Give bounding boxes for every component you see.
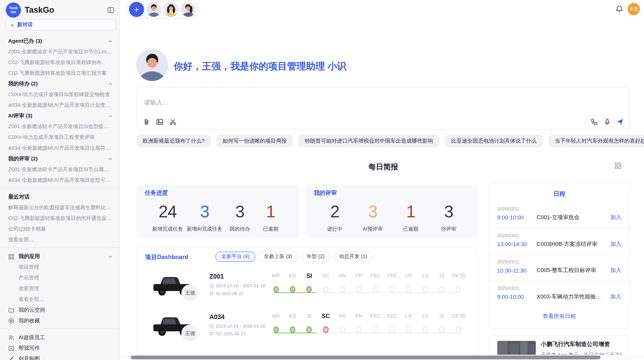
sidebar-item[interactable]: C0X4-动力总成开发项目SI里程碑提交物检查 [0, 89, 119, 100]
sidebar-item[interactable]: 公司Q3轻卡销量 [0, 224, 119, 234]
project-dashboard-card: 项目Dashboard 全新平台 (4) 全新上装 (3) 年型 (2) 动总开… [137, 247, 478, 360]
sidebar-collapse-icon[interactable] [107, 6, 114, 13]
chevron-up-icon [108, 114, 113, 118]
sidebar-item-favorites[interactable]: 我的收藏 [0, 315, 119, 326]
add-assistant-button[interactable]: + [129, 2, 144, 17]
chat-input[interactable] [144, 99, 623, 106]
logo-text-bottom: Go [11, 10, 16, 14]
layout-grid-icon[interactable] [614, 162, 622, 169]
milestone: PEC [367, 308, 384, 344]
flag-icon [209, 332, 214, 336]
sidebar-item[interactable]: Z001-全新燃油皮卡产品开发项目SI节点Lesson Learn报告 [0, 47, 119, 57]
join-link[interactable]: 加入 [610, 293, 621, 301]
filter-pill[interactable]: 全新上装 (3) [258, 252, 298, 262]
milestone-dot [340, 286, 345, 293]
schedule-time: 13:00-14:30 [497, 241, 537, 247]
scissors-icon[interactable] [169, 118, 177, 126]
assistant-avatar-3[interactable] [181, 2, 196, 17]
suggestion-chip[interactable]: 当下年轻人对汽车外观有怎样的喜好趋势 [549, 134, 644, 148]
sidebar-item-product-mgmt[interactable]: 产品管理 [0, 273, 119, 283]
new-chat-button[interactable]: + 新对话 [6, 19, 116, 31]
sidebar-item[interactable]: A034-全新新能源MUV产品开发项目造型可行性评审 [0, 175, 119, 185]
sidebar-item-change-mgmt[interactable]: 变更管理 [0, 283, 119, 294]
sidebar-item-help-write[interactable]: 帮我写作 [0, 343, 119, 353]
card-title: 我的评审 [314, 189, 470, 197]
sidebar-item-my-apps[interactable]: 我的应用 [0, 251, 119, 262]
stat: 2 进行中 [321, 203, 348, 233]
milestone-label: PR [356, 308, 362, 324]
filter-pill[interactable]: 全新平台 (4) [215, 252, 255, 262]
project-row-z001[interactable]: 王强 Z001 2023-12-19 ~ 2027-01-19 SI-2025-… [137, 265, 477, 307]
sidebar-item[interactable]: C0X4-动力总成开发项目工程变更评审 [0, 132, 119, 143]
filter-pill[interactable]: 年型 (2) [301, 252, 330, 262]
dashboard-filters: 全新平台 (4) 全新上装 (3) 年型 (2) 动总开发 (1) [215, 252, 373, 262]
send-icon[interactable] [616, 118, 624, 126]
suggestion-chip[interactable]: 如何写一份清晰的项目周报 [216, 134, 293, 148]
milestone: PA [334, 268, 350, 303]
attachment-icon[interactable] [143, 118, 151, 126]
sidebar-item[interactable]: A034-全新新能源MUV产品开发项目计划变更表编写 [0, 100, 119, 111]
milestone: MR [268, 268, 284, 303]
schedule-item[interactable]: 2025/03/11 13:00-14:30 C003|H0B-方案冻结评审 加… [489, 228, 630, 254]
stat-value: 1 [406, 203, 415, 221]
join-link[interactable]: 加入 [610, 241, 621, 248]
greeting-text: 你好，王强，我是你的项目管理助理 小识 [173, 60, 346, 73]
chevron-up-icon [108, 254, 113, 259]
assistant-avatar-1[interactable] [147, 2, 161, 17]
sidebar-item[interactable]: Z001-全新燃油轻卡产品开发项目SI造型提交物评审 [0, 121, 119, 132]
sidebar-view-all-apps[interactable]: 查看全部... [0, 294, 119, 305]
sidebar-item[interactable]: C02-飞腾新能源轻客改款项目里程碑画布 [0, 57, 119, 68]
schedule-event-title: C003|H0B-方案冻结评审 [537, 241, 607, 248]
filter-pill[interactable]: 动总开发 (1) [333, 252, 373, 262]
milestone-label: FEC [387, 268, 397, 283]
project-dates: 2023-12-19 ~ 2026-01-19 [209, 323, 271, 328]
sidebar-item-cloud-space[interactable]: 我的云空间 [0, 305, 119, 315]
sidebar-section-recent[interactable]: 最近对话 [0, 191, 119, 202]
suggestion-chip[interactable]: 特朗普可能对进口汽车增税会对中国车企造成哪些影响 [299, 134, 439, 148]
sidebar-item-project-mgmt[interactable]: 项目管理 [0, 262, 119, 273]
schedule-item[interactable]: 2025/03/11 9:00-10:00 C001-立项审批会 加入 [489, 202, 630, 228]
schedule-time: 10:30-11:30 [497, 267, 537, 274]
sidebar-section-agent-done[interactable]: Agent已办 (3) [0, 36, 119, 47]
sidebar-item-ai-staff[interactable]: AI超级员工 [0, 332, 119, 343]
sidebar-section-my-todo[interactable]: 我的待办 (2) [0, 79, 119, 89]
horizontal-scrollbar-thumb[interactable] [131, 356, 600, 359]
suggestion-chip[interactable]: 欧洲新规最近颁布了什么? [137, 134, 211, 148]
schedule-item[interactable]: 2025/03/11 10:30-11:30 C005-整车工程目标评审 加入 [489, 254, 630, 281]
user-avatar[interactable]: 王强 [627, 3, 640, 15]
chat-input-card [137, 87, 630, 129]
sidebar-item[interactable]: C02-飞腾新能源轻客改款项目的闭环通告反馈情况 [0, 213, 119, 224]
cloud-space-label: 我的云空间 [19, 306, 113, 314]
join-link[interactable]: 加入 [610, 267, 621, 274]
stat: 3 新增AI完成任务 [187, 203, 222, 233]
sidebar-view-all-chats[interactable]: 查看全部... [0, 234, 119, 245]
sidebar-item[interactable]: A034-全新新能源MUV产品开发项目法规符合性评审 [0, 143, 119, 153]
milestone-dot [389, 326, 395, 333]
project-row-a034[interactable]: 王强 A034 2023-12-19 ~ 2026-01-19 SC-2025-… [137, 306, 477, 347]
sidebar-section-my-review[interactable]: 我的评审 (2) [0, 153, 119, 164]
schedule-item[interactable]: 2025/03/11 9:00-10:00 X003-车辆动力学性能验... 加… [489, 281, 630, 307]
sidebar-item[interactable]: C02-飞腾新能源轻客改款项目立项汇报方案 [0, 68, 119, 79]
stat: 1 已逾期 [257, 203, 284, 233]
sidebar-item-creative-draw[interactable]: 创意制图 [0, 353, 119, 360]
sidebar: Task Go TaskGo + 新对话 Agent已办 (3) Z001-全新… [0, 0, 120, 360]
stat-label: 已逾期 [403, 226, 418, 233]
stat-value: 24 [159, 203, 177, 221]
view-all-schedule-link[interactable]: 查看所有日程 [489, 313, 630, 320]
milestone-dot [323, 326, 328, 333]
join-link[interactable]: 加入 [610, 214, 621, 221]
milestone-dot [306, 286, 312, 293]
notification-bell-icon[interactable] [615, 5, 623, 13]
project-code: Z001 [209, 273, 271, 280]
suggestion-chip[interactable]: 比亚迪全固态电池计划具体说了什么 [445, 134, 543, 148]
sidebar-item[interactable]: 解释最新出台的欧盟报废车法规再生塑料比例被调至15%... [0, 202, 119, 213]
sidebar-section-ai-review[interactable]: AI评审 (3) [0, 111, 119, 121]
milestone-dot [373, 326, 378, 333]
stat-value: 1 [266, 203, 275, 221]
sidebar-item[interactable]: Z001-全新燃油轻卡产品开发项目SI节点属性5D文件评审 [0, 164, 119, 175]
stat-label: 新增完成任务 [152, 226, 183, 233]
phone-icon[interactable] [591, 118, 598, 126]
image-icon[interactable] [156, 118, 164, 126]
assistant-avatar-2[interactable] [164, 2, 179, 17]
microphone-icon[interactable] [603, 118, 611, 126]
